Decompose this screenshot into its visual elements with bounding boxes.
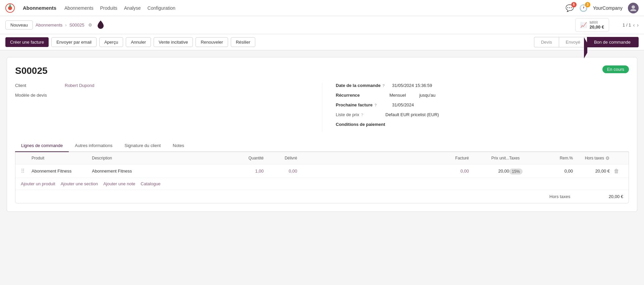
pipeline: Devis Envoyé Bon de commande (534, 37, 639, 47)
messages-badge: 6 (571, 2, 577, 7)
table-row: ⠿ Abonnement Fitness Abonnement Fitness … (15, 164, 629, 178)
model-label: Modèle de devis (15, 93, 62, 98)
pipeline-step-bon[interactable]: Bon de commande (587, 37, 639, 47)
pagination: 1 / 1 ‹ › (623, 22, 639, 28)
tax-badge: 15% (509, 169, 523, 175)
col-subtotal: Hors taxes ⚙ (573, 155, 610, 161)
cancel-button[interactable]: Annuler (126, 37, 151, 47)
main-content: S00025 En cours Client Robert Dupond Mod… (0, 50, 644, 219)
card-header: S00025 En cours (15, 65, 629, 76)
recurrence-value[interactable]: Mensuel (389, 93, 406, 98)
pricelist-help: ? (361, 113, 363, 117)
mrr-label: MRR (590, 20, 604, 25)
cell-subtotal: 20,00 € (573, 169, 610, 174)
top-nav: Abonnements Abonnements Produits Analyse… (0, 0, 644, 16)
drag-handle[interactable]: ⠿ (21, 168, 32, 174)
recurrence-values: Mensuel jusqu'au (389, 93, 435, 98)
col-unit-price: Prix unit... (469, 156, 509, 160)
cell-product[interactable]: Abonnement Fitness (32, 169, 92, 174)
user-avatar[interactable] (628, 3, 639, 13)
form-grid: Client Robert Dupond Modèle de devis Dat… (15, 83, 629, 132)
add-note-link[interactable]: Ajouter une note (103, 181, 135, 186)
order-lines-table: Produit Description Quantité Délivré Fac… (15, 152, 629, 203)
terminate-button[interactable]: Résilier (231, 37, 255, 47)
upsell-button[interactable]: Vente incitative (154, 37, 193, 47)
next-invoice-label: Prochaine facture ? (336, 102, 389, 107)
action-bar: Créer une facture Envoyer par email Aper… (0, 34, 644, 50)
totals-area: Hors taxes 20,00 € (15, 190, 629, 203)
add-section-link[interactable]: Ajouter une section (61, 181, 98, 186)
cell-unit-price[interactable]: 20,00 (469, 169, 509, 174)
client-row: Client Robert Dupond (15, 83, 309, 88)
cell-description[interactable]: Abonnement Fitness (92, 169, 230, 174)
company-name: YourCompany (593, 5, 623, 11)
pipeline-step-devis[interactable]: Devis (534, 37, 559, 47)
add-product-link[interactable]: Ajouter un produit (21, 181, 55, 186)
messages-icon[interactable]: 💬 6 (566, 4, 574, 12)
tab-notes[interactable]: Notes (167, 140, 190, 152)
recurrence-row: Récurrence Mensuel jusqu'au (336, 93, 629, 98)
col-delivered: Délivré (264, 156, 297, 160)
recurrence-label: Récurrence (336, 93, 389, 98)
nav-abonnements[interactable]: Abonnements (64, 4, 93, 12)
table-footer: Ajouter un produit Ajouter une section A… (15, 178, 629, 190)
client-value[interactable]: Robert Dupond (65, 83, 94, 88)
order-card: S00025 En cours Client Robert Dupond Mod… (7, 57, 637, 212)
cell-delivered[interactable]: 0,00 (264, 169, 297, 174)
col-invoiced: Facturé (435, 156, 469, 160)
preview-button[interactable]: Aperçu (99, 37, 123, 47)
send-email-button[interactable]: Envoyer par email (51, 37, 97, 47)
tab-client-signature[interactable]: Signature du client (118, 140, 167, 152)
cell-delete[interactable]: 🗑 (610, 168, 623, 174)
col-discount: Rem.% (543, 156, 573, 160)
table-header: Produit Description Quantité Délivré Fac… (15, 152, 629, 164)
form-right: Date de la commande ? 31/05/2024 15:36:5… (322, 83, 629, 132)
subtotal-value: 20,00 € (590, 194, 623, 199)
order-date-value: 31/05/2024 15:36:59 (392, 83, 432, 88)
model-row: Modèle de devis (15, 93, 309, 98)
create-invoice-button[interactable]: Créer une facture (5, 37, 49, 47)
col-taxes: Taxes (509, 156, 543, 160)
app-name: Abonnements (23, 5, 56, 11)
tab-order-lines[interactable]: Lignes de commande (15, 140, 69, 152)
mrr-box: 📈 MRR 20,00 € (575, 18, 609, 32)
app-logo (5, 3, 15, 13)
cell-quantity[interactable]: 1,00 (230, 169, 264, 174)
svg-point-2 (632, 5, 635, 9)
next-invoice-help: ? (374, 103, 377, 107)
secondary-nav: Nouveau Abonnements › S00025 ⚙ 📈 MRR 20,… (0, 16, 644, 34)
next-button[interactable]: › (637, 22, 639, 28)
settings-icon[interactable]: ⚙ (605, 155, 610, 161)
pipeline-step-envoye[interactable]: Envoyé (559, 37, 587, 47)
prev-button[interactable]: ‹ (633, 22, 635, 28)
nav-analyse[interactable]: Analyse (124, 4, 141, 12)
recurrence-until-label: jusqu'au (419, 93, 435, 98)
mrr-value: 20,00 € (590, 25, 604, 30)
gear-icon[interactable]: ⚙ (88, 22, 92, 28)
catalog-link[interactable]: Catalogue (141, 181, 160, 186)
order-number: S00025 (15, 65, 48, 76)
breadcrumb-sub: S00025 (69, 22, 85, 28)
tabs: Lignes de commande Autres informations S… (15, 140, 629, 152)
mrr-trend-icon: 📈 (580, 22, 587, 28)
renew-button[interactable]: Renouveler (196, 37, 228, 47)
pricelist-label: Liste de prix ? (336, 112, 383, 117)
tab-other-info[interactable]: Autres informations (69, 140, 118, 152)
cell-discount[interactable]: 0,00 (543, 169, 573, 174)
pricelist-value[interactable]: Default EUR pricelist (EUR) (385, 112, 439, 117)
drop-icon (97, 20, 104, 30)
cell-taxes[interactable]: 15% (509, 169, 543, 174)
nav-links: Abonnements Produits Analyse Configurati… (64, 4, 175, 12)
status-badge: En cours (602, 65, 629, 73)
next-invoice-row: Prochaine facture ? 31/05/2024 (336, 102, 629, 107)
nav-configuration[interactable]: Configuration (148, 4, 175, 12)
next-invoice-value: 31/05/2024 (392, 102, 414, 107)
cell-invoiced[interactable]: 0,00 (435, 169, 469, 174)
col-quantity: Quantité (230, 156, 264, 160)
new-button[interactable]: Nouveau (5, 20, 33, 30)
activity-icon[interactable]: 🕐 3 (579, 4, 588, 12)
nav-produits[interactable]: Produits (100, 4, 117, 12)
subtotal-label: Hors taxes (549, 194, 590, 199)
breadcrumb-link[interactable]: Abonnements (36, 22, 62, 28)
order-date-label: Date de la commande ? (336, 83, 389, 88)
